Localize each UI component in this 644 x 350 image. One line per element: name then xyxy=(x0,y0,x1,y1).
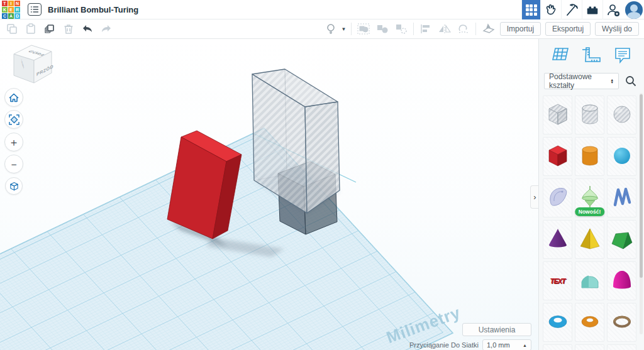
shape-cone[interactable] xyxy=(543,220,572,259)
workplane-icon xyxy=(481,23,495,35)
design-menu-button[interactable] xyxy=(28,3,42,16)
view-cube[interactable]: GÓRA LEWY PRZÓD xyxy=(9,41,62,92)
shape-squiggle[interactable] xyxy=(607,178,636,217)
shape-pyramid[interactable] xyxy=(575,220,604,259)
invite-collaborator-button[interactable] xyxy=(602,0,623,19)
shape-spinning-top[interactable]: Nowość! xyxy=(575,178,604,217)
category-row: Podstawowe kształty ▲▼ xyxy=(539,70,644,89)
duplicate-button[interactable] xyxy=(40,21,59,37)
text-shape-glyph: TEXT xyxy=(550,277,565,285)
logo-tile: T xyxy=(2,1,8,6)
zoom-out-button[interactable]: － xyxy=(4,155,23,173)
panel-collapse-handle[interactable]: › xyxy=(530,185,538,209)
sketch-tool-button[interactable] xyxy=(454,21,473,37)
trash-icon xyxy=(64,23,74,35)
align-icon xyxy=(420,24,431,34)
shape-tube[interactable] xyxy=(575,303,604,342)
share-components-button[interactable] xyxy=(392,21,411,37)
workplane-tool-button[interactable] xyxy=(479,21,497,37)
chevron-down-icon: ▼ xyxy=(341,26,347,32)
shape-cell[interactable] xyxy=(543,344,572,350)
export-button[interactable]: Eksportuj xyxy=(545,22,591,36)
shape-torus[interactable] xyxy=(543,303,572,342)
toolbar-divider xyxy=(413,23,414,35)
redo-button[interactable] xyxy=(97,21,116,37)
panel-scrollbar xyxy=(640,93,643,334)
shape-category-dropdown[interactable]: Podstawowe kształty ▲▼ xyxy=(544,73,619,89)
mirror-button[interactable] xyxy=(435,21,454,37)
perspective-toggle-button[interactable] xyxy=(5,177,23,195)
mirror-icon xyxy=(438,24,451,34)
toolbar-divider xyxy=(475,23,476,35)
logo-tile: C xyxy=(2,13,8,19)
dropdown-caret-icon: ▲▼ xyxy=(611,79,614,84)
paste-icon xyxy=(26,23,36,35)
ungroup-button[interactable] xyxy=(373,21,392,37)
pickaxe-icon xyxy=(564,3,579,17)
lego-export-button[interactable] xyxy=(582,0,602,19)
shape-scribble[interactable] xyxy=(543,178,572,217)
shape-box[interactable] xyxy=(543,137,572,176)
logo-tile: I xyxy=(8,1,14,6)
shape-cell[interactable] xyxy=(575,344,604,350)
logo-tile: R xyxy=(14,7,20,13)
panel-tabs xyxy=(539,39,644,70)
shape-hole-box[interactable] xyxy=(543,96,572,134)
shape-rounded-roof[interactable] xyxy=(575,261,604,300)
snap-value-dropdown[interactable]: 1,0 mm ▲ xyxy=(482,339,531,350)
lightbulb-icon xyxy=(326,23,336,35)
perspective-cube-icon xyxy=(9,182,19,191)
shape-roof[interactable] xyxy=(607,220,636,259)
delete-button[interactable] xyxy=(59,21,78,37)
zoom-in-button[interactable]: ＋ xyxy=(4,133,23,151)
home-view-button[interactable] xyxy=(4,88,23,107)
shape-hole-sphere[interactable] xyxy=(607,96,636,134)
logo-tile: N xyxy=(14,1,20,6)
align-button[interactable] xyxy=(416,21,435,37)
send-to-button[interactable]: Wyślij do xyxy=(595,22,639,36)
minecraft-export-button[interactable] xyxy=(561,0,582,19)
import-button[interactable]: Importuj xyxy=(500,22,541,36)
logo-tile: K xyxy=(2,7,8,13)
tab-notes[interactable] xyxy=(611,44,634,67)
new-shape-badge: Nowość! xyxy=(575,207,604,216)
shape-hole-cylinder[interactable] xyxy=(575,96,604,134)
shape-grid: Nowość! TEXT xyxy=(539,96,644,350)
search-icon xyxy=(625,75,636,87)
shapes-panel: Podstawowe kształty ▲▼ xyxy=(538,39,644,350)
workplane-grid-icon xyxy=(551,46,570,64)
paste-button[interactable] xyxy=(21,21,40,37)
show-all-button[interactable] xyxy=(323,21,338,37)
scene-3d xyxy=(0,39,538,350)
shape-cell[interactable] xyxy=(607,344,636,350)
fit-view-button[interactable] xyxy=(4,110,23,129)
shape-text[interactable]: TEXT xyxy=(543,261,572,300)
scrollbar-thumb[interactable] xyxy=(640,94,643,278)
undo-icon xyxy=(81,24,94,34)
shape-cylinder[interactable] xyxy=(575,137,604,176)
app-header: TINKERCAD Brilliant Bombul-Turing xyxy=(0,0,644,19)
snap-grid-label: Przyciąganie Do Siatki xyxy=(409,341,479,349)
logo-tile: D xyxy=(14,13,20,19)
grid-settings-button[interactable]: Ustawienia xyxy=(462,323,531,336)
copy-button[interactable] xyxy=(3,21,21,37)
search-shapes-button[interactable] xyxy=(623,73,639,89)
tab-ruler[interactable] xyxy=(580,44,603,67)
shape-sphere[interactable] xyxy=(607,137,636,176)
caret-icon: ▲ xyxy=(523,343,527,347)
group-button[interactable] xyxy=(354,21,373,37)
shape-ring[interactable] xyxy=(607,303,636,342)
apps-grid-icon xyxy=(526,4,537,16)
copy-icon xyxy=(6,23,18,35)
tab-workplane[interactable] xyxy=(549,44,572,67)
ruler-corner-icon xyxy=(582,46,601,64)
user-avatar[interactable] xyxy=(625,1,643,19)
hand-tool-button[interactable] xyxy=(540,0,561,19)
undo-button[interactable] xyxy=(78,21,97,37)
show-all-dropdown[interactable]: ▼ xyxy=(338,21,348,37)
tinkercad-logo[interactable]: TINKERCAD xyxy=(2,1,20,19)
blocks-grid-button[interactable] xyxy=(521,0,540,19)
fit-view-icon xyxy=(9,114,19,125)
design-title[interactable]: Brilliant Bombul-Turing xyxy=(48,5,138,14)
shape-paraboloid[interactable] xyxy=(607,261,636,300)
